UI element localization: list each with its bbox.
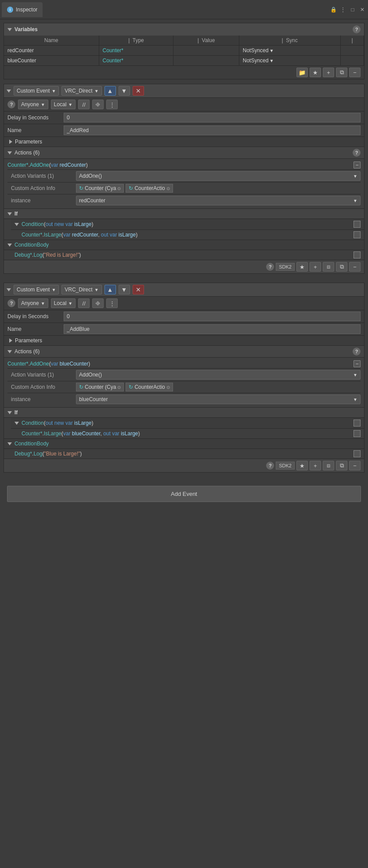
event2-up-button[interactable]: ▲ — [105, 285, 116, 294]
folder-button[interactable]: 📁 — [296, 68, 308, 77]
condition-line-2: Counter*.IsLarge(var blueCounter, out va… — [11, 428, 364, 438]
more-icon[interactable]: ⋮ — [339, 6, 347, 14]
condition-body-collapse-2[interactable] — [7, 442, 12, 445]
col-name: Name — [4, 36, 99, 46]
bottom-add-2[interactable]: + — [310, 461, 321, 470]
table-row[interactable]: blueCounter Counter* NotSynced ▼ — [4, 56, 364, 66]
condition-collapse-icon-2[interactable] — [14, 422, 19, 425]
comment-button-2[interactable]: // — [78, 298, 90, 308]
bottom-star-1[interactable]: ★ — [296, 262, 308, 272]
event1-down-button[interactable]: ▼ — [119, 86, 130, 96]
bottom-star-2[interactable]: ★ — [296, 461, 308, 470]
cursor-button-1[interactable]: ⎆ — [92, 100, 104, 109]
delay-label-2: Delay in Seconds — [7, 313, 60, 319]
condition-collapse-icon-1[interactable] — [14, 223, 19, 226]
event2-help-icon[interactable]: ? — [7, 299, 15, 307]
action-method-1: Counter*.AddOne(var redCounter) — [7, 162, 88, 168]
action-variants-label-2: Action Variants (1) — [11, 372, 72, 378]
condition-square-btn-2[interactable] — [354, 420, 361, 427]
condition-body-collapse-1[interactable] — [7, 244, 12, 247]
if-collapse-icon-1[interactable] — [7, 212, 12, 215]
add-event-button[interactable]: Add Event — [7, 486, 361, 502]
name-input-2[interactable] — [64, 324, 361, 334]
instance-dropdown-1[interactable]: redCounter ▼ — [76, 196, 361, 205]
action-collapse-btn-2[interactable]: − — [354, 360, 361, 367]
variables-help-icon[interactable]: ? — [353, 25, 361, 33]
var-name-2: blueCounter — [4, 56, 99, 66]
if-header-1: If — [4, 209, 364, 219]
var-sync-1[interactable]: NotSynced ▼ — [239, 46, 340, 56]
debug-square-btn-2[interactable] — [354, 450, 361, 457]
condition-line-1: Counter*.IsLarge(var redCounter, out var… — [11, 230, 364, 240]
cursor-button-2[interactable]: ⎆ — [92, 298, 104, 308]
bottom-paste-1[interactable]: ⧇ — [323, 262, 334, 272]
event2-down-button[interactable]: ▼ — [119, 285, 130, 294]
custom-action-val1-2[interactable]: ↻ Counter (Cya ⊙ — [76, 383, 124, 391]
network-dropdown-1[interactable]: Local ▼ — [51, 100, 76, 109]
event2-collapse-icon[interactable] — [7, 288, 11, 291]
custom-action-val2-1[interactable]: ↻ CounterActio ⊙ — [126, 184, 173, 193]
action-collapse-btn-1[interactable]: − — [354, 161, 361, 169]
comment-button-1[interactable]: // — [78, 100, 90, 109]
bottom-paste-2[interactable]: ⧇ — [323, 461, 334, 470]
event-broadcast-dropdown-2[interactable]: VRC_Direct ▼ — [61, 285, 101, 294]
maximize-icon[interactable]: □ — [349, 6, 357, 14]
action-variants-row-1: Action Variants (1) AddOne() ▼ — [7, 169, 361, 182]
condition-square-btn-1[interactable] — [354, 221, 361, 228]
bottom-copy-2[interactable]: ⧉ — [336, 461, 347, 470]
sender-dropdown-1[interactable]: Anyone ▼ — [18, 100, 48, 109]
name-input-1[interactable] — [64, 126, 361, 135]
actions-collapse-icon-1[interactable] — [7, 151, 12, 154]
add-button[interactable]: + — [323, 68, 334, 77]
event-header-1: Custom Event ▼ VRC_Direct ▼ ▲ ▼ ✕ — [4, 84, 364, 97]
bottom-copy-1[interactable]: ⧉ — [336, 262, 347, 272]
table-row[interactable]: redCounter Counter* NotSynced ▼ — [4, 46, 364, 56]
actions-header-2: Actions (6) ? — [4, 346, 364, 357]
close-icon[interactable]: ✕ — [358, 6, 366, 14]
variables-collapse-icon[interactable] — [7, 28, 12, 31]
condition-method-square-1[interactable] — [354, 231, 361, 238]
var-sync-2[interactable]: NotSynced ▼ — [239, 56, 340, 66]
condition-method-square-2[interactable] — [354, 430, 361, 437]
event-type-dropdown-1[interactable]: Custom Event ▼ — [14, 86, 59, 96]
remove-button[interactable]: − — [349, 68, 361, 77]
actions-collapse-icon-2[interactable] — [7, 350, 12, 353]
sender-dropdown-2[interactable]: Anyone ▼ — [18, 298, 48, 308]
bottom-remove-1[interactable]: − — [349, 262, 361, 272]
more-button-1[interactable]: ⋮ — [106, 100, 118, 109]
event-type-dropdown-2[interactable]: Custom Event ▼ — [14, 285, 59, 294]
custom-action-val2-2[interactable]: ↻ CounterActio ⊙ — [126, 383, 173, 391]
instance-row-1: instance redCounter ▼ — [7, 194, 361, 207]
event-broadcast-dropdown-1[interactable]: VRC_Direct ▼ — [61, 86, 101, 96]
copy-button[interactable]: ⧉ — [336, 68, 347, 77]
instance-dropdown-2[interactable]: blueCounter ▼ — [76, 395, 361, 404]
bottom-add-1[interactable]: + — [310, 262, 321, 272]
bottom-remove-2[interactable]: − — [349, 461, 361, 470]
bottom-help-2[interactable]: ? — [266, 462, 274, 470]
event2-delete-button[interactable]: ✕ — [133, 285, 144, 294]
lock-icon[interactable]: 🔒 — [329, 6, 337, 14]
event1-collapse-icon[interactable] — [7, 90, 11, 93]
actions-help-icon-1[interactable]: ? — [353, 149, 361, 157]
params-expand-icon-1[interactable] — [9, 140, 12, 144]
if-collapse-icon-2[interactable] — [7, 411, 12, 414]
event1-help-icon[interactable]: ? — [7, 100, 15, 108]
event-panel-1: Custom Event ▼ VRC_Direct ▼ ▲ ▼ ✕ ? Anyo… — [4, 84, 364, 274]
event1-delete-button[interactable]: ✕ — [133, 86, 144, 96]
actions-help-icon-2[interactable]: ? — [353, 348, 361, 355]
custom-action-label-1: Custom Action Info — [11, 185, 72, 191]
bottom-help-1[interactable]: ? — [266, 263, 274, 271]
star-button[interactable]: ★ — [310, 68, 321, 77]
action-variants-dropdown-1[interactable]: AddOne() ▼ — [76, 171, 361, 181]
action-variants-dropdown-2[interactable]: AddOne() ▼ — [76, 370, 361, 380]
event1-up-button[interactable]: ▲ — [105, 86, 116, 96]
more-button-2[interactable]: ⋮ — [106, 298, 118, 308]
delay-input-1[interactable] — [64, 113, 361, 122]
delay-input-2[interactable] — [64, 312, 361, 321]
debug-square-btn-1[interactable] — [354, 251, 361, 258]
network-dropdown-2[interactable]: Local ▼ — [51, 298, 76, 308]
inspector-tab[interactable]: i Inspector — [2, 2, 43, 17]
custom-action-val1-1[interactable]: ↻ Counter (Cya ⊙ — [76, 184, 124, 193]
bottom-toolbar-1: ? SDK2 ★ + ⧇ ⧉ − — [4, 260, 364, 273]
params-expand-icon-2[interactable] — [9, 338, 12, 343]
